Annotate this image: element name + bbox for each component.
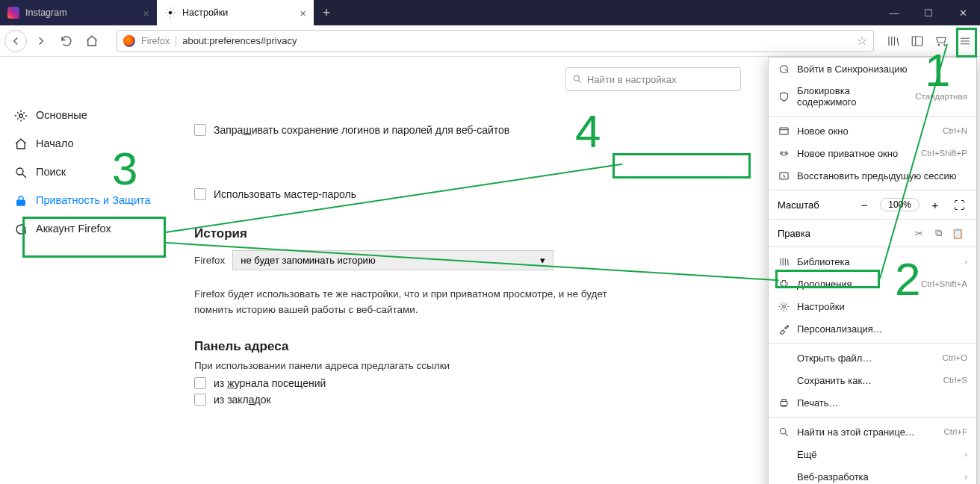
sidebar-item-search[interactable]: Поиск [0,158,172,187]
address-bar[interactable]: Firefox about:preferences#privacy ☆ [117,30,874,52]
browser-tab-instagram[interactable]: Instagram × [0,0,157,25]
menu-label: Ещё [797,449,817,460]
sidebar-item-home[interactable]: Начало [0,130,172,158]
hamburger-menu-button[interactable] [955,31,976,52]
forward-button[interactable] [30,30,52,52]
edit-label: Правка [778,228,909,239]
chevron-right-icon: › [964,472,967,481]
home-icon [13,137,28,152]
home-button[interactable] [81,30,103,52]
paste-icon[interactable]: 📋 [948,228,967,239]
gear-icon [778,300,790,312]
menu-zoom-row: Масштаб − 100% + ⛶ [769,193,976,216]
sidebar-item-general[interactable]: Основные [0,102,172,130]
checkbox-label: из закладок [214,394,271,406]
menu-item-settings[interactable]: Настройки [769,295,976,317]
menu-separator [769,343,976,344]
browser-tab-settings[interactable]: Настройки × [157,0,314,25]
shortcut: Ctrl+Shift+A [921,279,967,288]
lock-icon [13,193,28,208]
annotation-number-1: 1 [925,43,950,96]
menu-item-more[interactable]: Ещё › [769,443,976,465]
cut-icon[interactable]: ✂ [909,228,928,239]
shortcut: Ctrl+S [943,376,967,385]
svg-point-4 [16,168,23,175]
menu-item-customize[interactable]: Персонализация… [769,317,976,340]
menu-label: Восстановить предыдущую сессию [797,170,957,182]
back-button[interactable] [4,30,27,52]
checkbox-label: из журнала посещений [214,377,326,389]
menu-label: Дополнения [797,279,852,290]
sync-icon [13,222,28,237]
menu-edit-row: Правка ✂ ⧉ 📋 [769,223,976,243]
close-window-button[interactable]: ✕ [946,0,980,25]
menu-item-new-private[interactable]: Новое приватное окно Ctrl+Shift+P [769,142,976,164]
blank-icon [778,352,790,364]
checkbox-master-password[interactable]: Использовать мастер-пароль [194,188,356,200]
menu-item-addons[interactable]: Дополнения Ctrl+Shift+A [769,273,976,295]
blank-icon [778,448,790,460]
close-icon[interactable]: × [300,7,306,19]
window-controls: — ☐ ✕ [877,0,980,25]
checkbox-label: Использовать мастер-пароль [214,188,356,200]
library-icon[interactable] [883,31,904,52]
new-tab-button[interactable]: + [314,0,339,25]
menu-separator [769,116,976,117]
puzzle-icon [778,278,790,290]
hamburger-menu: Войти в Синхронизацию Блокировка содержи… [768,57,977,484]
svg-point-10 [780,428,786,434]
checkbox-ask-save-logins[interactable]: Запрашивать сохранение логинов и паролей… [194,124,509,136]
close-icon[interactable]: × [143,7,149,19]
url-text: about:preferences#privacy [182,35,297,46]
menu-item-restore[interactable]: Восстановить предыдущую сессию [769,164,976,187]
menu-label: Блокировка содержимого [797,85,908,108]
sidebar-item-label: Поиск [36,166,66,179]
zoom-in-button[interactable]: + [927,199,943,211]
sidebar-item-label: Начало [36,137,74,150]
menu-separator [769,246,976,247]
svg-point-8 [782,305,785,308]
print-icon [778,397,790,409]
copy-icon[interactable]: ⧉ [928,227,948,239]
menu-item-save-as[interactable]: Сохранить как… Ctrl+S [769,369,976,391]
checkbox-icon [194,377,206,389]
menu-label: Настройки [797,301,845,312]
menu-item-library[interactable]: Библиотека › [769,250,976,273]
instagram-icon [7,7,19,19]
menu-item-print[interactable]: Печать… [769,391,976,414]
sidebar-item-privacy[interactable]: Приватность и Защита [0,187,172,215]
blank-icon [778,471,790,483]
tab-title: Instagram [25,7,67,18]
library-icon [778,255,790,267]
menu-separator [769,417,976,418]
firefox-label: Firefox [194,255,225,266]
history-description: Firefox будет использовать те же настрой… [194,287,612,318]
bookmark-star-icon[interactable]: ☆ [857,34,867,48]
menu-item-webdev[interactable]: Веб-разработка › [769,465,976,484]
sidebar-item-label: Приватность и Защита [36,194,151,207]
zoom-out-button[interactable]: − [856,199,872,211]
sidebar-item-account[interactable]: Аккаунт Firefox [0,215,172,243]
search-input[interactable]: Найти в настройках [565,67,741,91]
svg-rect-1 [912,37,922,46]
checkbox-icon [194,188,206,200]
menu-separator [769,219,976,220]
menu-label: Библиотека [797,256,850,267]
restore-icon [778,170,790,182]
firefox-icon [123,35,135,47]
minimize-button[interactable]: — [877,0,911,25]
shortcut: Ctrl+N [943,126,967,135]
menu-label: Найти на этой странице… [797,426,915,438]
fullscreen-button[interactable]: ⛶ [951,199,967,211]
menu-item-find[interactable]: Найти на этой странице… Ctrl+F [769,421,976,443]
menu-label: Печать… [797,397,839,409]
menu-item-new-window[interactable]: Новое окно Ctrl+N [769,120,976,142]
maximize-button[interactable]: ☐ [911,0,946,25]
menu-item-open-file[interactable]: Открыть файл… Ctrl+O [769,347,976,369]
sidebar-item-label: Основные [36,109,87,122]
checkbox-icon [194,394,206,406]
history-mode-select[interactable]: не будет запоминать историю ▾ [232,250,553,270]
reload-button[interactable] [55,30,78,52]
svg-rect-6 [779,128,787,134]
svg-rect-9 [781,401,787,405]
